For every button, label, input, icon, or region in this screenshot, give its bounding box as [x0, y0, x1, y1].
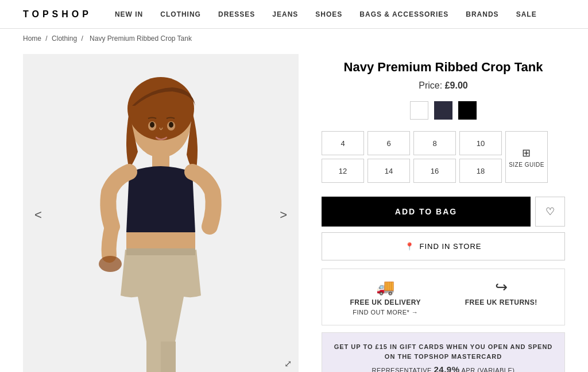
- svg-point-12: [169, 122, 173, 128]
- main-nav: TOPSHOP NEW IN CLOTHING DRESSES JEANS SH…: [0, 0, 588, 29]
- svg-rect-7: [161, 342, 176, 372]
- expand-icon[interactable]: ⤢: [284, 358, 292, 369]
- breadcrumb-home[interactable]: Home: [23, 34, 41, 43]
- promo-apr: REPRESENTATIVE 24.9% APR (VARIABLE): [334, 365, 553, 372]
- heart-icon: ♡: [546, 205, 555, 218]
- apr-prefix: REPRESENTATIVE: [372, 367, 432, 372]
- nav-item-shoes[interactable]: SHOES: [315, 10, 342, 18]
- price-value: £9.00: [445, 80, 468, 90]
- product-title: Navy Premium Ribbed Crop Tank: [322, 60, 565, 75]
- find-in-store-label: FIND IN STORE: [419, 242, 481, 251]
- size-grid: 4 6 8 10 12 14 16 18: [322, 131, 502, 183]
- color-swatches: [322, 101, 565, 120]
- size-btn-4[interactable]: 4: [322, 131, 364, 155]
- image-prev-button[interactable]: <: [29, 202, 48, 228]
- size-btn-6[interactable]: 6: [368, 131, 410, 155]
- breadcrumb-sep2: /: [81, 34, 83, 43]
- location-icon: 📍: [405, 242, 415, 251]
- breadcrumb: Home / Clothing / Navy Premium Ribbed Cr…: [0, 29, 588, 48]
- product-image: [23, 54, 299, 372]
- svg-point-11: [150, 122, 154, 128]
- delivery-section: 🚚 FREE UK DELIVERY FIND OUT MORE* → ↩ FR…: [322, 269, 565, 325]
- breadcrumb-product: Navy Premium Ribbed Crop Tank: [90, 34, 192, 43]
- size-guide-button[interactable]: ⊞ SIZE GUIDE: [505, 131, 548, 183]
- nav-item-bags[interactable]: BAGS & ACCESSORIES: [359, 10, 448, 18]
- logo[interactable]: TOPSHOP: [23, 9, 92, 20]
- nav-item-clothing[interactable]: CLOTHING: [160, 10, 201, 18]
- find-in-store-button[interactable]: 📍 FIND IN STORE: [322, 232, 565, 260]
- nav-item-sale[interactable]: SALE: [516, 10, 537, 18]
- delivery-label: FREE UK DELIVERY: [350, 298, 421, 306]
- returns-right: ↩ FREE UK RETURNS!: [450, 278, 554, 306]
- returns-label: FREE UK RETURNS!: [465, 298, 537, 306]
- nav-item-brands[interactable]: BRANDS: [466, 10, 498, 18]
- add-to-bag-button[interactable]: ADD TO BAG: [322, 197, 531, 227]
- nav-item-new-in[interactable]: NEW IN: [115, 10, 143, 18]
- svg-rect-6: [146, 342, 161, 372]
- svg-point-8: [99, 256, 122, 272]
- svg-point-2: [127, 77, 194, 140]
- add-to-bag-section: ADD TO BAG ♡: [322, 197, 565, 227]
- returns-icon: ↩: [495, 278, 508, 296]
- price-label: Price:: [419, 80, 442, 90]
- breadcrumb-sep1: /: [45, 34, 47, 43]
- size-btn-10[interactable]: 10: [459, 131, 502, 155]
- product-price: Price: £9.00: [322, 80, 565, 91]
- nav-item-dresses[interactable]: DRESSES: [218, 10, 255, 18]
- nav-links: NEW IN CLOTHING DRESSES JEANS SHOES BAGS…: [115, 10, 537, 18]
- svg-rect-5: [126, 248, 195, 255]
- size-btn-18[interactable]: 18: [459, 159, 502, 183]
- size-guide-label: SIZE GUIDE: [509, 162, 544, 168]
- apr-value: 24.9%: [434, 365, 459, 372]
- image-next-button[interactable]: >: [274, 202, 293, 228]
- color-swatch-black[interactable]: [458, 101, 477, 120]
- promo-title: GET UP TO £15 IN GIFT CARDS WHEN YOU OPE…: [334, 342, 553, 361]
- color-swatch-white[interactable]: [410, 101, 428, 120]
- delivery-link[interactable]: FIND OUT MORE* →: [353, 309, 418, 316]
- product-image-section: <: [23, 54, 299, 372]
- color-swatch-dark-navy[interactable]: [434, 101, 452, 120]
- product-page: <: [0, 48, 588, 372]
- size-section: 4 6 8 10 12 14 16 18 ⊞ SIZE GUIDE: [322, 131, 565, 183]
- apr-suffix: APR (VARIABLE): [461, 367, 514, 372]
- nav-item-jeans[interactable]: JEANS: [272, 10, 298, 18]
- size-btn-14[interactable]: 14: [368, 159, 410, 183]
- wishlist-button[interactable]: ♡: [535, 197, 565, 227]
- size-btn-16[interactable]: 16: [413, 159, 456, 183]
- size-guide-icon: ⊞: [522, 147, 531, 159]
- product-details: Navy Premium Ribbed Crop Tank Price: £9.…: [322, 54, 565, 372]
- size-btn-8[interactable]: 8: [413, 131, 456, 155]
- promo-section: GET UP TO £15 IN GIFT CARDS WHEN YOU OPE…: [322, 332, 565, 372]
- size-btn-12[interactable]: 12: [322, 159, 364, 183]
- breadcrumb-clothing[interactable]: Clothing: [52, 34, 77, 43]
- delivery-left: 🚚 FREE UK DELIVERY FIND OUT MORE* →: [334, 278, 438, 316]
- delivery-truck-icon: 🚚: [376, 278, 394, 296]
